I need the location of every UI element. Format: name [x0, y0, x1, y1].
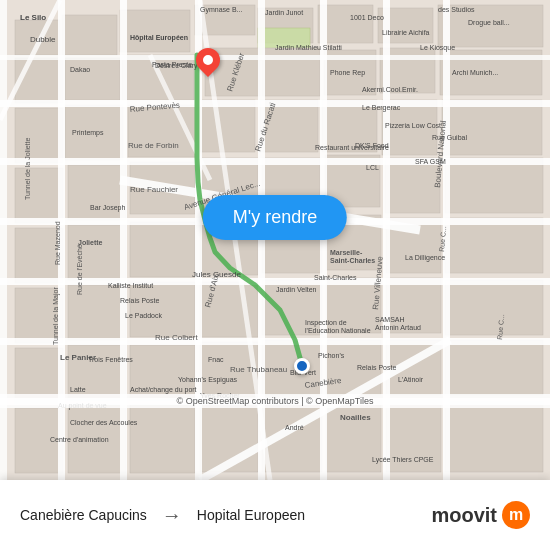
route-info: Canebière Capucins → Hopital Europeen [20, 504, 305, 527]
svg-text:Gymnase B...: Gymnase B... [200, 6, 242, 14]
svg-rect-41 [445, 218, 543, 273]
bottom-bar: Canebière Capucins → Hopital Europeen mo… [0, 480, 550, 550]
svg-rect-75 [0, 0, 7, 480]
svg-text:Tunnel de la Major: Tunnel de la Major [52, 287, 60, 345]
svg-text:Rue de Forbin: Rue de Forbin [128, 141, 179, 150]
svg-text:André: André [285, 424, 304, 431]
svg-text:Kalliste Institut: Kalliste Institut [108, 282, 153, 289]
svg-rect-21 [200, 100, 255, 152]
svg-rect-70 [0, 338, 550, 345]
svg-text:LCL: LCL [366, 164, 379, 171]
svg-text:Lycée Thiers CPGE: Lycée Thiers CPGE [372, 456, 434, 464]
svg-text:Relais Poste: Relais Poste [357, 364, 396, 371]
svg-text:L'Atinoir: L'Atinoir [398, 376, 424, 383]
svg-text:Saint-Charles: Saint-Charles [314, 274, 357, 281]
route-from: Canebière Capucins [20, 507, 147, 523]
svg-text:Le Kiosque: Le Kiosque [420, 44, 455, 52]
svg-text:Pasta Preste: Pasta Preste [152, 61, 192, 68]
svg-rect-33 [445, 158, 543, 213]
route-to: Hopital Europeen [197, 507, 305, 523]
svg-text:Drogue ball...: Drogue ball... [468, 19, 510, 27]
svg-text:Phone Rep: Phone Rep [330, 69, 365, 77]
destination-pin [196, 48, 220, 80]
svg-text:Librairie Aichifa: Librairie Aichifa [382, 29, 430, 36]
svg-text:Jardin Junot: Jardin Junot [265, 9, 303, 16]
svg-rect-77 [120, 0, 127, 480]
map-container: Rue Pontevès Rue de Forbin Rue Fauchier … [0, 0, 550, 480]
svg-text:des Studios: des Studios [438, 6, 475, 13]
moovit-logo: moovit m [431, 501, 530, 529]
svg-text:Yohann's Espiguas: Yohann's Espiguas [178, 376, 238, 384]
svg-rect-36 [130, 222, 195, 277]
svg-text:Pizzeria Low Cost: Pizzeria Low Cost [385, 122, 441, 129]
moovit-icon: m [502, 501, 530, 529]
svg-text:Hôpital Européen: Hôpital Européen [130, 34, 188, 42]
svg-rect-11 [65, 58, 120, 100]
svg-text:1001 Deco: 1001 Deco [350, 14, 384, 21]
svg-text:DK'S Food: DK'S Food [355, 142, 389, 149]
svg-text:Rue de l'Evéché: Rue de l'Evéché [76, 244, 83, 295]
svg-rect-3 [120, 10, 190, 52]
svg-text:Dakao: Dakao [70, 66, 90, 73]
svg-text:Dubble: Dubble [30, 35, 56, 44]
svg-text:Bar Joseph: Bar Joseph [90, 204, 126, 212]
svg-text:Printemps: Printemps [72, 129, 104, 137]
navigate-button[interactable]: M'y rendre [203, 195, 347, 240]
svg-text:Rue Fauchier: Rue Fauchier [130, 185, 178, 194]
from-name: Canebière Capucins [20, 507, 147, 523]
svg-rect-81 [383, 0, 390, 480]
svg-rect-57 [445, 340, 543, 395]
svg-text:Latte: Latte [70, 386, 86, 393]
moovit-text: moovit [431, 504, 497, 527]
svg-rect-2 [62, 15, 117, 55]
svg-rect-26 [15, 168, 63, 223]
svg-text:Jules Guesde: Jules Guesde [192, 270, 241, 279]
svg-text:Rue Guibal: Rue Guibal [432, 134, 467, 141]
origin-pin [294, 358, 310, 374]
svg-text:SFA GSM: SFA GSM [415, 158, 446, 165]
svg-rect-49 [445, 280, 543, 335]
svg-text:Archi Munich...: Archi Munich... [452, 69, 498, 76]
to-name: Hopital Europeen [197, 507, 305, 523]
svg-text:La Dilligence: La Dilligence [405, 254, 445, 262]
svg-text:l'Education Nationale: l'Education Nationale [305, 327, 371, 334]
svg-text:Marseille-: Marseille- [330, 249, 363, 256]
svg-text:Fnac: Fnac [208, 356, 224, 363]
svg-text:Jardin Velten: Jardin Velten [276, 286, 317, 293]
svg-rect-65 [445, 402, 543, 472]
svg-text:Rue Colbert: Rue Colbert [155, 333, 198, 342]
svg-text:Le Bergerac: Le Bergerac [362, 104, 401, 112]
svg-text:Le Silo: Le Silo [20, 13, 46, 22]
svg-text:Tunnel de la Joliette: Tunnel de la Joliette [24, 138, 31, 200]
svg-text:Le Paddock: Le Paddock [125, 312, 162, 319]
svg-rect-25 [442, 100, 542, 155]
svg-text:Centre d'animation: Centre d'animation [50, 436, 109, 443]
svg-text:Jardin Mathieu Stilatti: Jardin Mathieu Stilatti [275, 44, 342, 51]
map-attribution: © OpenStreetMap contributors | © OpenMap… [0, 394, 550, 408]
svg-rect-80 [320, 0, 327, 480]
svg-text:Inspection de: Inspection de [305, 319, 347, 327]
svg-text:Akermi.Cool.Emir.: Akermi.Cool.Emir. [362, 86, 418, 93]
svg-text:SAMSAH: SAMSAH [375, 316, 405, 323]
svg-text:Trois Fenêtres: Trois Fenêtres [88, 356, 133, 363]
svg-rect-27 [68, 165, 126, 220]
svg-rect-44 [130, 282, 195, 337]
svg-text:Pichon's: Pichon's [318, 352, 345, 359]
svg-text:Saint-Charles: Saint-Charles [330, 257, 375, 264]
svg-text:Rue Thubaneau: Rue Thubaneau [230, 365, 287, 374]
svg-text:Clocher des Accoules: Clocher des Accoules [70, 419, 138, 426]
svg-rect-67 [0, 158, 550, 165]
svg-rect-32 [385, 158, 440, 213]
svg-text:Antonin Artaud: Antonin Artaud [375, 324, 421, 331]
svg-text:Achat/change du port: Achat/change du port [130, 386, 197, 394]
svg-rect-18 [15, 108, 63, 163]
svg-text:Rue Mazenod: Rue Mazenod [54, 221, 61, 265]
svg-text:Relais Poste: Relais Poste [120, 297, 159, 304]
svg-text:Noailles: Noailles [340, 413, 371, 422]
svg-rect-60 [130, 405, 195, 473]
arrow-icon: → [162, 504, 182, 527]
svg-rect-72 [0, 55, 550, 60]
svg-text:Joliette: Joliette [78, 239, 103, 246]
